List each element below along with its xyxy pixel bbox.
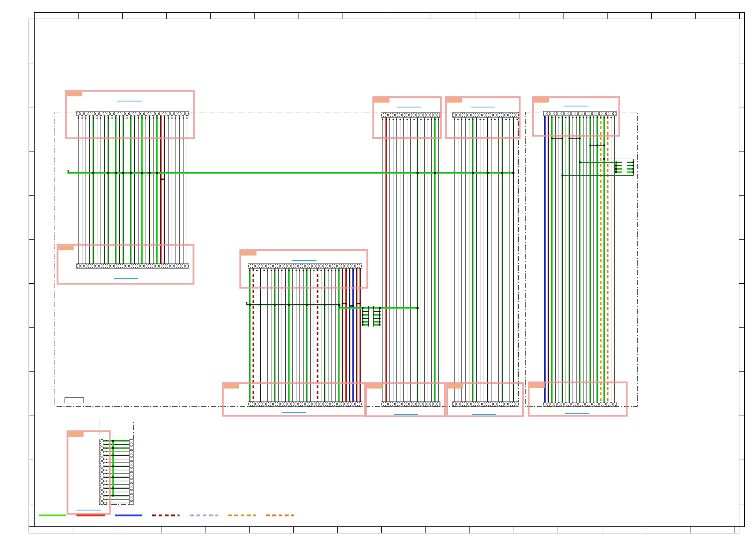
connector-pin xyxy=(551,112,553,115)
connector-pin xyxy=(291,402,294,406)
connector-pin xyxy=(77,264,80,268)
connector-pin xyxy=(130,472,133,475)
connector-pin xyxy=(130,443,133,446)
wire-jumper xyxy=(569,137,581,139)
wire-terminal-dot xyxy=(106,495,107,497)
connector-pin xyxy=(100,472,104,475)
wire-terminal-dot xyxy=(413,119,414,120)
wire-terminal-dot xyxy=(145,117,146,119)
wire-terminal-dot xyxy=(111,117,113,119)
connector-pin xyxy=(288,402,290,406)
junction-dot xyxy=(615,168,617,170)
connector-pin xyxy=(501,402,504,406)
connector-pin xyxy=(273,264,276,268)
frame-band-bottom xyxy=(29,527,739,533)
wire-terminal-dot xyxy=(480,119,481,120)
connector-pin xyxy=(100,443,104,446)
connector-pin xyxy=(468,113,471,117)
connector-pin xyxy=(490,402,493,406)
wire-terminal-dot xyxy=(596,117,598,118)
connector-strip-h6-left xyxy=(100,439,104,505)
wire-terminal-dot xyxy=(555,117,556,118)
wire-terminal-dot xyxy=(465,119,466,120)
connector-pin xyxy=(309,402,312,406)
wire-terminal-dot xyxy=(152,117,154,119)
connector-pin xyxy=(114,112,117,116)
device-block-h2-top[interactable] xyxy=(240,250,367,288)
wire-terminal-dot xyxy=(356,270,358,271)
connector-pin xyxy=(475,402,478,406)
connector-pin xyxy=(306,264,308,268)
wire-terminal-dot xyxy=(106,488,107,489)
wire-terminal-dot xyxy=(106,502,107,504)
connector-pin xyxy=(433,402,436,406)
connector-pin xyxy=(111,112,114,116)
wire-terminal-dot xyxy=(106,466,107,467)
connector-pin xyxy=(420,113,422,117)
wire-terminal-dot xyxy=(342,270,343,271)
connector-pin xyxy=(586,402,588,406)
connector-pin xyxy=(416,402,419,406)
connector-pin xyxy=(388,402,391,406)
connector-pin xyxy=(248,402,251,406)
connector-pin xyxy=(352,402,355,406)
connector-pin xyxy=(557,112,560,115)
device-block-c-bottom[interactable] xyxy=(529,382,627,416)
connector-pin xyxy=(302,402,305,406)
splice-feeder xyxy=(579,161,616,163)
device-block-h2-bottom[interactable] xyxy=(223,383,365,416)
connector-pin xyxy=(100,494,104,497)
wire-terminal-dot xyxy=(569,117,570,118)
connector-pin xyxy=(430,113,433,117)
connector-pin xyxy=(252,264,255,268)
device-block-border[interactable] xyxy=(223,383,365,416)
connector-pin xyxy=(359,264,362,268)
junction-dot xyxy=(615,165,617,166)
connector-pin xyxy=(399,402,401,406)
junction-dot xyxy=(379,307,381,309)
junction-dot xyxy=(160,179,162,180)
junction-dot xyxy=(486,172,489,174)
connector-pin xyxy=(323,264,326,268)
device-block-border[interactable] xyxy=(240,250,367,288)
wire-terminal-dot xyxy=(115,117,116,119)
connector-pin xyxy=(163,112,166,116)
junction-dot xyxy=(362,324,364,326)
junction-dot xyxy=(112,440,114,442)
connector-pin xyxy=(412,113,415,117)
connector-pin xyxy=(156,112,159,116)
wire-terminal-dot xyxy=(324,270,325,271)
junction-dot xyxy=(632,168,634,170)
junction-dot xyxy=(141,172,143,174)
junction-dot xyxy=(92,172,95,174)
device-block-a-bottom[interactable] xyxy=(366,383,445,416)
wire-terminal-dot xyxy=(396,119,397,120)
wire-terminal-dot xyxy=(382,119,383,120)
junction-dot xyxy=(338,304,340,306)
connector-pin xyxy=(118,112,121,116)
junction-dot xyxy=(115,172,117,174)
connector-pin xyxy=(130,501,133,504)
device-block-b-bottom[interactable] xyxy=(447,383,523,416)
connector-pin xyxy=(578,402,581,406)
connector-pin xyxy=(327,402,330,406)
connector-pin xyxy=(103,112,106,116)
wire-terminal-dot xyxy=(106,444,107,445)
wire-terminal-dot xyxy=(160,117,162,119)
connector-pin xyxy=(185,112,188,116)
connector-strip-h6-right xyxy=(129,439,134,505)
connector-strip-c-top xyxy=(543,112,616,116)
wire-terminal-dot xyxy=(106,484,107,485)
connector-pin xyxy=(433,113,436,117)
splice-comb-mid xyxy=(362,306,381,326)
connector-pin xyxy=(430,402,433,406)
connector-pin xyxy=(479,402,482,406)
connector-pin xyxy=(464,113,467,117)
wire-terminal-dot xyxy=(544,117,546,118)
junction-dot xyxy=(324,304,326,306)
connector-strip-b-top xyxy=(452,113,519,117)
wire-terminal-dot xyxy=(513,119,514,120)
wire-terminal-dot xyxy=(438,119,439,120)
wire-terminal-dot xyxy=(106,451,107,453)
connector-pin xyxy=(306,402,308,406)
